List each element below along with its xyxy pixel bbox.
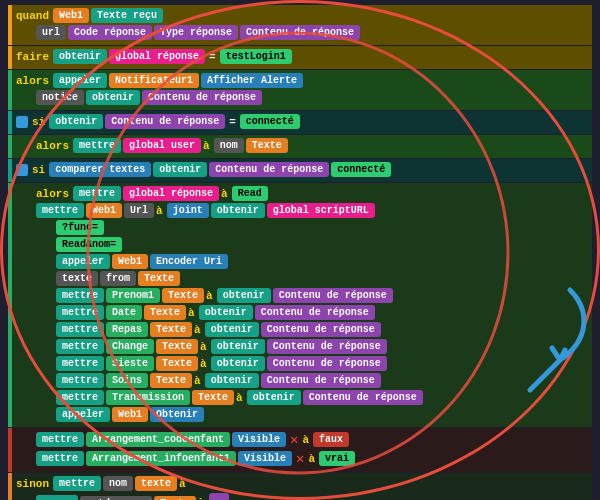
quand-keyword: quand [16, 10, 49, 22]
alors2-row: alors mettre global user à nom Texte [36, 138, 588, 153]
mettre-repas-row: mettre Repas Texte à obtenir Contenu de … [56, 322, 588, 337]
texte-alors2-block[interactable]: Texte [246, 138, 288, 153]
faire-keyword: faire [16, 51, 49, 63]
mettre-change-row: mettre Change Texte à obtenir Contenu de… [56, 339, 588, 354]
checkbox-si2[interactable] [16, 164, 28, 176]
si2-keyword: si [32, 164, 45, 176]
alors2-section: alors mettre global user à nom Texte [8, 135, 592, 158]
appeler-web1[interactable]: appeler [56, 254, 110, 269]
faire-section: faire obtenir global réponse = testLogin… [8, 46, 592, 69]
alors1-row: alors appeler Notificateur1 Afficher Ale… [16, 73, 588, 88]
alors3-row1: alors mettre global réponse à Read [36, 186, 588, 201]
canvas: quand Web1 Texte reçu url Code réponse T… [0, 0, 600, 500]
type-reponse-block[interactable]: Type réponse [154, 25, 238, 40]
texte-from-label[interactable]: texte [56, 271, 98, 286]
comparer-block[interactable]: comparer textes [49, 162, 151, 177]
a-keyword: à [203, 140, 210, 152]
global-scripturl-block[interactable]: global scriptURL [267, 203, 375, 218]
arrangement-info-row: mettre Arrangement_infoenfant1 Visible ✕… [36, 450, 588, 467]
afficher-alerte-block[interactable]: Afficher Alerte [201, 73, 303, 88]
alors3-func-row: ?func= [56, 220, 588, 235]
si1-section: si obtenir Contenu de réponse = connecté [8, 111, 592, 134]
obtenir-scripturl[interactable]: obtenir [211, 203, 265, 218]
nom-alors2-block[interactable]: nom [214, 138, 244, 153]
appeler-obtenir-row: appeler Web1 Obtenir [56, 407, 588, 422]
si2-row: si comparer textes obtenir Contenu de ré… [16, 162, 588, 177]
mettre-soins-row: mettre Soins Texte à obtenir Contenu de … [56, 373, 588, 388]
encoder-uri-block[interactable]: Encoder Uri [150, 254, 228, 269]
sinon-row2: me▸re motdepasse Texte à ● [36, 493, 588, 500]
code-reponse-block[interactable]: Code réponse [68, 25, 152, 40]
web1-obtenir-block[interactable]: Web1 [112, 407, 148, 422]
url-block[interactable]: url [36, 25, 66, 40]
mettre-sieste-row: mettre Sieste Texte à obtenir Contenu de… [56, 356, 588, 371]
url-row: url Code réponse Type réponse Contenu de… [36, 25, 588, 40]
connecte-si2[interactable]: connecté [331, 162, 391, 177]
alors3-readnom-row: Read&nom= [56, 237, 588, 252]
texte-recu-block[interactable]: Texte reçu [91, 8, 163, 23]
alors3-row2: mettre Web1 Url à joint obtenir global s… [36, 203, 588, 218]
web1-url-block[interactable]: Web1 [86, 203, 122, 218]
mettre-prenom-row: mettre Prenom1 Texte à obtenir Contenu d… [56, 288, 588, 303]
si1-row: si obtenir Contenu de réponse = connecté [16, 114, 588, 129]
alors3-texte-row: texte from Texte [56, 271, 588, 286]
alors3-appeler-row: appeler Web1 Encoder Uri [56, 254, 588, 269]
mettre-alors3[interactable]: mettre [73, 186, 121, 201]
connecte-si1-block[interactable]: connecté [240, 114, 300, 129]
mettre-url[interactable]: mettre [36, 203, 84, 218]
mettre-transmission-row: mettre Transmission Texte à obtenir Cont… [56, 390, 588, 405]
main-container: quand Web1 Texte reçu url Code réponse T… [0, 0, 600, 500]
alors3-section: alors mettre global réponse à Read mettr… [8, 183, 592, 427]
global-reponse-alors3[interactable]: global réponse [123, 186, 219, 201]
contenu-si1-block[interactable]: Contenu de réponse [105, 114, 225, 129]
appeler-web1-obtenir[interactable]: appeler [56, 407, 110, 422]
alors3-keyword: alors [36, 188, 69, 200]
notice-block[interactable]: notice [36, 90, 84, 105]
obtenir-notice-block[interactable]: obtenir [86, 90, 140, 105]
web1-encoder[interactable]: Web1 [112, 254, 148, 269]
quand-row: quand Web1 Texte reçu [16, 8, 588, 23]
sinon-section: sinon mettre nom texte à me▸re motdepass… [8, 473, 592, 500]
si1-keyword: si [32, 116, 45, 128]
test-login-block[interactable]: testLogin1 [220, 49, 292, 64]
faire-row: faire obtenir global réponse = testLogin… [16, 49, 588, 64]
contenu-si2[interactable]: Contenu de réponse [209, 162, 329, 177]
joint-block[interactable]: joint [167, 203, 209, 218]
si2-section: si comparer textes obtenir Contenu de ré… [8, 159, 592, 182]
read-nom-block[interactable]: Read&nom= [56, 237, 122, 252]
mettre-date-row: mettre Date Texte à obtenir Contenu de r… [56, 305, 588, 320]
equals-sign: = [209, 51, 216, 63]
sinon-row: sinon mettre nom texte à [16, 476, 588, 491]
checkbox-si1[interactable] [16, 116, 28, 128]
mettre-alors2[interactable]: mettre [73, 138, 121, 153]
func-block[interactable]: ?func= [56, 220, 104, 235]
x-mark-2: ✕ [296, 450, 304, 467]
contenu-reponse-notice-block[interactable]: Contenu de réponse [142, 90, 262, 105]
notificateur-block[interactable]: Notificateur1 [109, 73, 199, 88]
sinon-keyword: sinon [16, 478, 49, 490]
from-block[interactable]: from [100, 271, 136, 286]
url-block2[interactable]: Url [124, 203, 154, 218]
alors2-keyword: alors [36, 140, 69, 152]
contenu-reponse-header-block[interactable]: Contenu de réponse [240, 25, 360, 40]
texte-from-block[interactable]: Texte [138, 271, 180, 286]
obtenir-si1-block[interactable]: obtenir [49, 114, 103, 129]
obtenir-si2[interactable]: obtenir [153, 162, 207, 177]
obtenir-action-block[interactable]: Obtenir [150, 407, 204, 422]
web1-block[interactable]: Web1 [53, 8, 89, 23]
arrangement-code-row: mettre Arrangement_codeenfant Visible ✕ … [36, 431, 588, 448]
alors1-keyword: alors [16, 75, 49, 87]
arrangement-section: mettre Arrangement_codeenfant Visible ✕ … [8, 428, 592, 472]
read-block[interactable]: Read [232, 186, 268, 201]
appeler-block1[interactable]: appeler [53, 73, 107, 88]
alors1-section: alors appeler Notificateur1 Afficher Ale… [8, 70, 592, 110]
x-mark-1: ✕ [290, 431, 298, 448]
global-user-block[interactable]: global user [123, 138, 201, 153]
mettre-rows-container: mettre Prenom1 Texte à obtenir Contenu d… [16, 288, 588, 405]
quand-section: quand Web1 Texte reçu url Code réponse T… [8, 5, 592, 45]
obtenir-block[interactable]: obtenir [53, 49, 107, 64]
global-reponse-block[interactable]: global réponse [109, 49, 205, 64]
notice-row: notice obtenir Contenu de réponse [36, 90, 588, 105]
